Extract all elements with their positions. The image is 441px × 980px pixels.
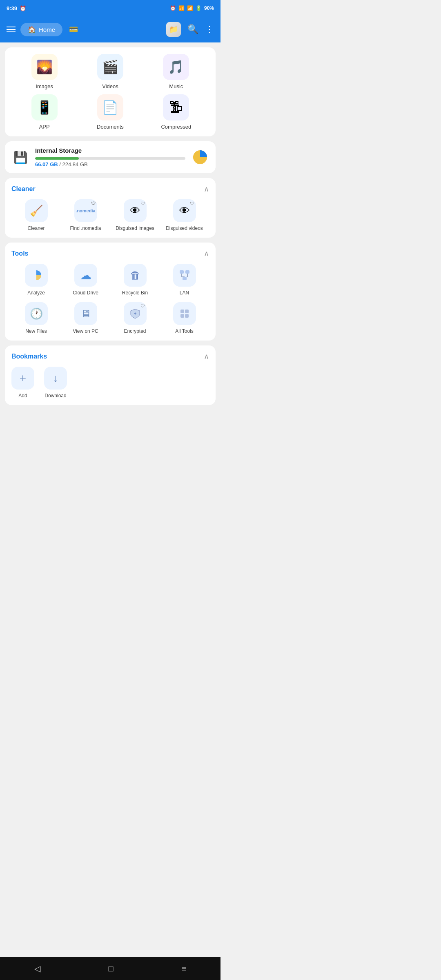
tool-item-find-nomedia[interactable]: .nomedia 🛡 Find .nomedia (61, 199, 110, 231)
tools-title: Tools (11, 250, 28, 257)
documents-icon: 📄 (97, 94, 123, 120)
bookmarks-collapse-button[interactable]: ∧ (204, 352, 209, 361)
tool-item-disguised-videos[interactable]: 👁 🛡 Disguised videos (160, 199, 209, 231)
file-item-app[interactable]: 📱 APP (11, 94, 77, 130)
new-files-label: New Files (25, 328, 47, 334)
cleaner-collapse-button[interactable]: ∧ (204, 185, 209, 194)
shield-plus-icon: + (129, 308, 141, 319)
tool-item-lan[interactable]: LAN (160, 264, 209, 296)
tool-item-view-on-pc[interactable]: 🖥 View on PC (61, 302, 110, 334)
bookmark-add[interactable]: + Add (11, 367, 34, 399)
compressed-icon: 🗜 (163, 94, 189, 120)
lan-label: LAN (180, 290, 189, 296)
disguised-images-label: Disguised images (116, 225, 154, 231)
music-label: Music (169, 83, 183, 89)
file-item-images[interactable]: 🌄 Images (11, 54, 77, 89)
cleaner-tool-label: Cleaner (27, 225, 45, 231)
sd-card-icon[interactable]: 💳 (69, 25, 78, 34)
tool-item-disguised-images[interactable]: 👁 🛡 Disguised images (110, 199, 160, 231)
hamburger-menu-button[interactable] (7, 27, 16, 32)
analyze-icon (25, 264, 48, 287)
svg-rect-11 (185, 310, 189, 313)
cleaner-tool-icon: 🧹 (25, 199, 48, 222)
bookmark-grid: + Add ↓ Download (11, 367, 209, 399)
storage-pie-chart (191, 148, 209, 166)
tools-card: Tools ∧ Analyze ☁ Cloud Drive (5, 243, 216, 341)
tool-item-cleaner[interactable]: 🧹 Cleaner (11, 199, 61, 231)
disguised-videos-label: Disguised videos (166, 225, 203, 231)
alarm-icon: ⏰ (20, 5, 26, 11)
cleaner-grid: 🧹 Cleaner .nomedia 🛡 Find .nomedia 👁 🛡 D… (11, 199, 209, 231)
all-tools-icon (173, 302, 196, 325)
all-tools-label: All Tools (175, 328, 193, 334)
file-organizer-icon[interactable]: 📁 (166, 22, 181, 37)
cleaner-card: Cleaner ∧ 🧹 Cleaner .nomedia 🛡 Find .nom… (5, 178, 216, 238)
compressed-label: Compressed (161, 124, 191, 130)
signal-icon: 📶 (187, 5, 193, 11)
bookmark-download[interactable]: ↓ Download (44, 367, 67, 399)
svg-text:+: + (134, 311, 136, 316)
tool-item-cloud-drive[interactable]: ☁ Cloud Drive (61, 264, 110, 296)
total-storage: 224.84 GB (62, 161, 88, 167)
music-icon: 🎵 (163, 54, 189, 80)
broom-icon: 🧹 (30, 205, 43, 217)
tool-item-all-tools[interactable]: All Tools (160, 302, 209, 334)
tools-section-header: Tools ∧ (11, 249, 209, 258)
tool-item-analyze[interactable]: Analyze (11, 264, 61, 296)
images-icon: 🌄 (31, 54, 58, 80)
cloud-drive-label: Cloud Drive (73, 290, 98, 296)
new-files-icon: 🕐 (25, 302, 48, 325)
time-display: 9:39 (7, 5, 17, 11)
download-bookmark-icon: ↓ (44, 367, 67, 390)
storage-card[interactable]: 💾 Internal Storage 66.07 GB / 224.84 GB (5, 141, 216, 173)
nomedia-icon: .nomedia 🛡 (74, 199, 97, 222)
disguised-images-icon: 👁 🛡 (124, 199, 147, 222)
eye2-icon: 👁 (179, 205, 190, 217)
disguised-videos-badge: 🛡 (190, 201, 194, 206)
status-right: ⏰ 📶 📶 🔋 90% (170, 5, 214, 11)
bookmarks-section-header: Bookmarks ∧ (11, 352, 209, 361)
download-label: Download (45, 393, 66, 399)
more-options-icon[interactable]: ⋮ (205, 24, 214, 35)
file-item-documents[interactable]: 📄 Documents (77, 94, 143, 130)
clock-icon: 🕐 (30, 307, 43, 320)
find-nomedia-label: Find .nomedia (70, 225, 101, 231)
tool-item-recycle-bin[interactable]: 🗑 Recycle Bin (110, 264, 160, 296)
network-icon: 📶 (178, 5, 185, 11)
svg-rect-12 (180, 314, 184, 318)
home-button[interactable]: 🏠 Home (20, 23, 62, 36)
storage-numbers: 66.07 GB / 224.84 GB (35, 161, 185, 167)
add-label: Add (18, 393, 27, 399)
tool-item-new-files[interactable]: 🕐 New Files (11, 302, 61, 334)
lan-icon (173, 264, 196, 287)
view-on-pc-icon: 🖥 (74, 302, 97, 325)
file-item-compressed[interactable]: 🗜 Compressed (143, 94, 209, 130)
main-content: 🌄 Images 🎬 Videos 🎵 Music 📱 APP 📄 Docume… (0, 42, 220, 438)
file-item-music[interactable]: 🎵 Music (143, 54, 209, 89)
svg-rect-3 (185, 270, 189, 274)
grid-icon (179, 308, 190, 319)
documents-label: Documents (97, 124, 124, 130)
recycle-bin-label: Recycle Bin (122, 290, 148, 296)
svg-rect-13 (185, 314, 189, 318)
storage-fill (35, 157, 79, 160)
storage-device-icon: 💾 (11, 148, 29, 166)
alarm2-icon: ⏰ (170, 5, 176, 11)
battery-percent: 90% (204, 5, 214, 11)
cleaner-title: Cleaner (11, 185, 36, 193)
tools-grid: Analyze ☁ Cloud Drive 🗑 Recycle Bin (11, 264, 209, 334)
file-item-videos[interactable]: 🎬 Videos (77, 54, 143, 89)
file-types-card: 🌄 Images 🎬 Videos 🎵 Music 📱 APP 📄 Docume… (5, 47, 216, 136)
disguised-videos-icon: 👁 🛡 (173, 199, 196, 222)
nomedia-badge: 🛡 (91, 201, 96, 206)
used-storage: 66.07 GB (35, 161, 58, 167)
tool-item-encrypted[interactable]: + 🛡 Encrypted (110, 302, 160, 334)
videos-label: Videos (102, 83, 118, 89)
tools-collapse-button[interactable]: ∧ (204, 249, 209, 258)
disguised-images-badge: 🛡 (140, 201, 145, 206)
search-icon[interactable]: 🔍 (187, 24, 198, 35)
battery-icon: 🔋 (196, 5, 202, 11)
trash-icon: 🗑 (130, 269, 140, 282)
bookmarks-title: Bookmarks (11, 353, 47, 360)
home-label: Home (39, 26, 55, 33)
